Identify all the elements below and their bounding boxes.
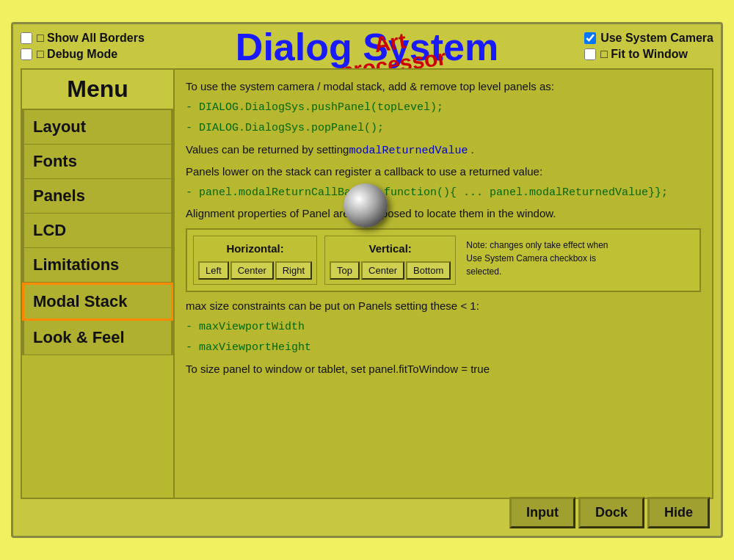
content-para5: max size constraints can be put on Panel… xyxy=(186,298,701,315)
horizontal-buttons: Left Center Right xyxy=(198,261,312,280)
content-para2: Values can be returned by settingmodalRe… xyxy=(186,142,701,160)
show-all-borders-label: □ Show All Borders xyxy=(37,32,145,45)
content-code2: - DIALOG.DialogSys.popPanel(); xyxy=(186,120,701,137)
title-area: Dialog System Art processor camera xyxy=(236,28,498,66)
use-system-camera-input[interactable] xyxy=(584,32,596,44)
menu-item-look-and-feel[interactable]: Look & Feel xyxy=(22,321,173,355)
vertical-buttons: Top Center Bottom xyxy=(330,261,451,280)
content-code1: - DIALOG.DialogSys.pushPanel(topLevel); xyxy=(186,100,701,117)
dock-button[interactable]: Dock xyxy=(578,497,644,528)
align-left-button[interactable]: Left xyxy=(198,261,229,280)
header-right: Use System Camera □ Fit to Window xyxy=(584,32,713,61)
menu-item-limitations[interactable]: Limitations xyxy=(22,248,173,283)
fit-to-window-label: □ Fit to Window xyxy=(600,48,688,61)
horizontal-group: Horizontal: Left Center Right xyxy=(193,236,317,286)
vertical-group: Vertical: Top Center Bottom xyxy=(324,236,456,286)
content-code4: - maxViewportWidth xyxy=(186,319,701,336)
3d-ball xyxy=(344,183,388,228)
menu-title: Menu xyxy=(22,70,173,110)
align-center-v-button[interactable]: Center xyxy=(361,261,404,280)
menu-item-layout[interactable]: Layout xyxy=(22,110,173,145)
debug-mode-input[interactable] xyxy=(21,48,32,60)
main-title: Dialog System Art processor camera xyxy=(236,28,498,66)
header-left: □ Show All Borders □ Debug Mode xyxy=(21,32,145,61)
alignment-note: Note: changes only take effect when Use … xyxy=(463,236,625,281)
content-para4: Alignment properties of Panel are re-pur… xyxy=(186,206,701,222)
debug-mode-checkbox[interactable]: □ Debug Mode xyxy=(21,48,145,61)
fit-to-window-checkbox[interactable]: □ Fit to Window xyxy=(584,48,713,61)
menu-item-lcd[interactable]: LCD xyxy=(22,214,173,248)
content-para3: Panels lower on the stack can register a… xyxy=(186,164,701,181)
content-para1: To use the system camera / modal stack, … xyxy=(186,79,701,95)
content-code3: - panel.modalReturnCallBack = function()… xyxy=(186,185,701,202)
vertical-label: Vertical: xyxy=(330,241,451,258)
align-center-h-button[interactable]: Center xyxy=(230,261,274,280)
show-all-borders-checkbox[interactable]: □ Show All Borders xyxy=(21,32,145,45)
menu-sidebar: Menu Layout Fonts Panels LCD Limitations… xyxy=(21,68,175,499)
bottom-toolbar: Input Dock Hide xyxy=(509,497,710,528)
align-right-button[interactable]: Right xyxy=(275,261,312,280)
hide-button[interactable]: Hide xyxy=(647,497,710,528)
menu-item-panels[interactable]: Panels xyxy=(22,179,173,214)
menu-item-fonts[interactable]: Fonts xyxy=(22,145,173,179)
content-para6: To size panel to window or tablet, set p… xyxy=(186,361,701,378)
align-top-button[interactable]: Top xyxy=(330,261,360,280)
use-system-camera-label: Use System Camera xyxy=(600,32,713,45)
use-system-camera-checkbox[interactable]: Use System Camera xyxy=(584,32,713,45)
content-code5: - maxViewportHeight xyxy=(186,340,701,357)
align-bottom-button[interactable]: Bottom xyxy=(406,261,451,280)
header: □ Show All Borders □ Debug Mode Dialog S… xyxy=(21,32,713,61)
input-button[interactable]: Input xyxy=(509,497,575,528)
menu-item-modal-stack[interactable]: Modal Stack xyxy=(22,283,173,321)
content-panel: To use the system camera / modal stack, … xyxy=(175,68,713,499)
debug-mode-label: □ Debug Mode xyxy=(37,48,117,61)
main-container: □ Show All Borders □ Debug Mode Dialog S… xyxy=(11,22,723,538)
show-all-borders-input[interactable] xyxy=(21,32,32,44)
fit-to-window-input[interactable] xyxy=(584,48,596,60)
horizontal-label: Horizontal: xyxy=(198,241,312,258)
main-content: Menu Layout Fonts Panels LCD Limitations… xyxy=(21,68,713,499)
alignment-section: Horizontal: Left Center Right Vertical: … xyxy=(186,228,701,293)
